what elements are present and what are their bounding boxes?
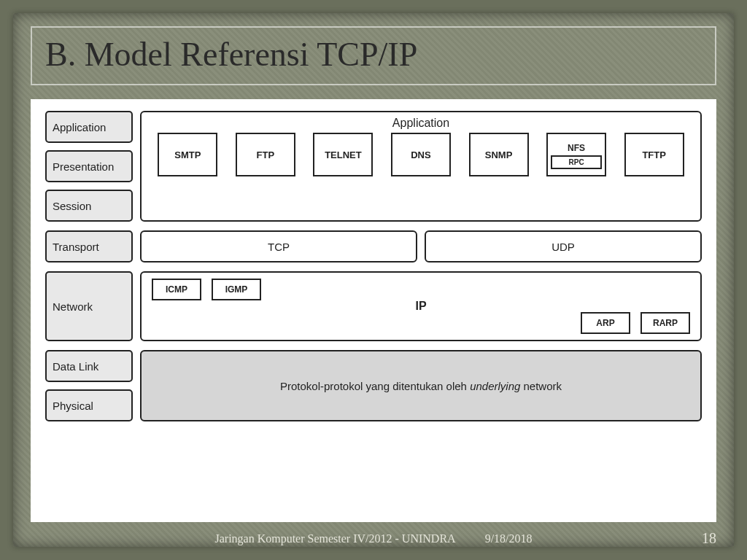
title-frame: B. Model Referensi TCP/IP bbox=[31, 26, 716, 85]
proto-igmp: IGMP bbox=[212, 279, 261, 300]
footer-date: 9/18/2018 bbox=[485, 532, 533, 545]
osi-layer-physical: Physical bbox=[45, 389, 133, 421]
footer-course: Jaringan Komputer Semester IV/2012 - UNI… bbox=[214, 532, 455, 545]
osi-layer-transport: Transport bbox=[45, 230, 133, 262]
slide-title: B. Model Referensi TCP/IP bbox=[45, 35, 702, 74]
proto-telnet: TELNET bbox=[313, 133, 373, 176]
app-row: Application Presentation Session Applica… bbox=[45, 111, 702, 222]
osi-layer-application: Application bbox=[45, 111, 133, 143]
underlying-prefix: Protokol-protokol yang ditentukan oleh bbox=[280, 380, 470, 392]
proto-nfs-rpc: NFS RPC bbox=[546, 133, 606, 176]
tcpip-network-group: IP ICMP IGMP ARP RARP bbox=[140, 271, 702, 341]
proto-icmp: ICMP bbox=[152, 279, 201, 300]
proto-arp: ARP bbox=[581, 312, 630, 334]
underlying-network-box: Protokol-protokol yang ditentukan oleh u… bbox=[140, 350, 702, 421]
proto-rpc-label: RPC bbox=[551, 155, 602, 169]
network-row: Network IP ICMP IGMP ARP RARP bbox=[45, 271, 702, 341]
osi-layer-datalink: Data Link bbox=[45, 350, 133, 382]
proto-ftp: FTP bbox=[236, 133, 295, 176]
proto-dns: DNS bbox=[391, 133, 451, 176]
diagram-canvas: Application Presentation Session Applica… bbox=[31, 99, 716, 522]
osi-layer-session: Session bbox=[45, 190, 133, 222]
slide-footer: Jaringan Komputer Semester IV/2012 - UNI… bbox=[31, 532, 716, 545]
underlying-suffix: network bbox=[520, 380, 562, 392]
osi-layer-network: Network bbox=[45, 271, 133, 341]
proto-rarp: RARP bbox=[640, 312, 690, 334]
transport-row: Transport TCP UDP bbox=[45, 230, 702, 262]
proto-tftp: TFTP bbox=[624, 133, 684, 176]
proto-snmp: SNMP bbox=[469, 133, 529, 176]
slide-page-number: 18 bbox=[702, 530, 716, 547]
proto-ip: IP bbox=[415, 300, 426, 313]
underlying-italic: underlying bbox=[470, 380, 520, 392]
tcpip-application-group: Application SMTP FTP TELNET DNS SNMP NFS… bbox=[140, 111, 702, 222]
app-protocols: SMTP FTP TELNET DNS SNMP NFS RPC TFTP bbox=[149, 133, 693, 176]
proto-tcp: TCP bbox=[140, 230, 417, 262]
proto-udp: UDP bbox=[425, 230, 702, 262]
link-row: Data Link Physical Protokol-protokol yan… bbox=[45, 350, 702, 421]
osi-layer-presentation: Presentation bbox=[45, 150, 133, 182]
proto-smtp: SMTP bbox=[158, 133, 217, 176]
app-group-title: Application bbox=[392, 117, 449, 130]
proto-nfs-label: NFS bbox=[551, 140, 602, 153]
